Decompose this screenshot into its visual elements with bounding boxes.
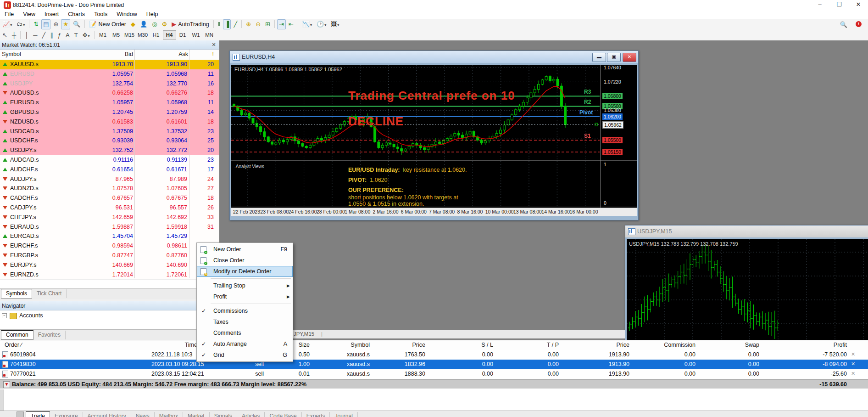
order-row[interactable]: 704198302023.03.10 09:28:15sell1.00xauus…: [0, 360, 868, 370]
order-row[interactable]: 707700212023.03.15 12:04:21sell0.01xauus…: [0, 369, 868, 379]
col-bid[interactable]: Bid: [110, 51, 133, 57]
order-row[interactable]: 650198042022.11.18 10:30.50xauusd.s1763.…: [0, 350, 868, 360]
terminal-tab-signals[interactable]: Signals: [210, 412, 237, 417]
market-row[interactable]: EURCAD.s1.457041.45729: [0, 231, 219, 242]
tree-expand-icon[interactable]: −: [2, 313, 7, 318]
menu-item-modify-or-delete-order[interactable]: ⚙Modify or Delete Order: [197, 266, 293, 277]
timeframe-m15[interactable]: M15: [123, 30, 136, 40]
metaeditor-icon[interactable]: ◆: [129, 19, 137, 29]
close-position-icon[interactable]: ✕: [851, 361, 855, 367]
timeframe-w1[interactable]: W1: [189, 30, 203, 40]
menu-item-taxes[interactable]: Taxes: [197, 316, 293, 327]
market-row[interactable]: XAUUSD.s1913.701913.9020: [0, 60, 219, 70]
terminal-tab-exposure[interactable]: Exposure: [50, 412, 83, 417]
navigator-toggle-icon[interactable]: ⊕: [51, 19, 60, 29]
tab-common[interactable]: Common: [1, 330, 33, 340]
header-order[interactable]: Order ∕: [5, 342, 22, 348]
vertical-line-icon[interactable]: │: [23, 30, 30, 40]
market-row[interactable]: AUDCAD.s0.911160.9113923: [0, 155, 219, 165]
terminal-tab-code-base[interactable]: Code Base: [265, 412, 301, 417]
arrows-icon[interactable]: ✥▾: [81, 30, 92, 40]
timeframe-h4[interactable]: H4: [163, 30, 176, 40]
terminal-tab-experts[interactable]: Experts: [302, 412, 330, 417]
minimize-button[interactable]: –: [810, 0, 829, 10]
col-symbol[interactable]: Symbol: [2, 51, 21, 57]
header-symbol[interactable]: Symbol: [317, 342, 370, 348]
fibonacci-icon[interactable]: ƒ: [56, 30, 63, 40]
dropdown-caret-icon[interactable]: ▾: [10, 23, 12, 27]
eurusd-h4-chart-window[interactable]: EURUSD,H4 ▬ ▣ ✕ EURUSD,H4 1.05896 1.0598…: [229, 51, 639, 220]
market-row[interactable]: EURGBP.s0.877470.87760: [0, 251, 219, 261]
col-spread[interactable]: !: [202, 51, 214, 57]
header-commission[interactable]: Commission: [633, 342, 696, 348]
terminal-tab-account-history[interactable]: Account History: [83, 412, 131, 417]
market-row[interactable]: NZDUSD.s0.615830.6160118: [0, 117, 219, 127]
chart-shift-icon[interactable]: ⇤: [287, 19, 295, 29]
horizontal-line-icon[interactable]: ─: [31, 30, 39, 40]
col-ask[interactable]: Ask: [165, 51, 188, 57]
menu-help[interactable]: Help: [142, 10, 163, 18]
maximize-button[interactable]: ☐: [829, 0, 849, 10]
dropdown-caret-icon[interactable]: ▾: [23, 23, 25, 27]
tab-favorites[interactable]: Favorites: [33, 331, 66, 339]
market-row[interactable]: CADCHF.s0.676570.6767518: [0, 193, 219, 203]
close-button[interactable]: ✕: [849, 0, 868, 10]
header-tp[interactable]: T / P: [498, 342, 559, 348]
market-row[interactable]: USDJPY132.754132.77016: [0, 79, 219, 89]
menu-item-close-order[interactable]: ✓Close Order: [197, 255, 293, 266]
terminal-toggle-icon[interactable]: ★: [61, 19, 70, 29]
timeframe-m30[interactable]: M30: [136, 30, 150, 40]
zoom-in-icon[interactable]: ⊕: [244, 19, 253, 29]
market-row[interactable]: GBPUSD.s1.207451.2075914: [0, 107, 219, 118]
zoom-out-icon[interactable]: ⊖: [254, 19, 262, 29]
menu-item-comments[interactable]: Comments: [197, 327, 293, 338]
terminal-tab-mailbox[interactable]: Mailbox: [155, 412, 183, 417]
templates-icon[interactable]: 🖼▾: [329, 19, 341, 29]
navigator-accounts-node[interactable]: −Accounts: [2, 312, 43, 321]
menu-item-commissions[interactable]: ✓Commissions: [197, 305, 293, 316]
notification-badge[interactable]: !: [856, 21, 862, 27]
profiles-icon[interactable]: 🗂▾: [15, 19, 27, 29]
market-row[interactable]: CHFJPY.s142.659142.69233: [0, 213, 219, 223]
auto-scroll-icon[interactable]: ⇥: [277, 19, 286, 29]
menu-item-trailing-stop[interactable]: Trailing Stop▶: [197, 280, 293, 291]
market-row[interactable]: USDCHF.s0.930390.9306425: [0, 136, 219, 146]
expert-icon[interactable]: 👤: [138, 19, 149, 29]
search-icon[interactable]: 🔍: [838, 20, 849, 30]
timeframe-h1[interactable]: H1: [150, 30, 163, 40]
text-icon[interactable]: A: [64, 30, 72, 40]
chart-restore-button[interactable]: ▣: [607, 53, 621, 62]
eurusd-chart-canvas[interactable]: [231, 65, 637, 208]
timeframe-mn[interactable]: MN: [203, 30, 216, 40]
crosshair-icon[interactable]: ┼: [10, 30, 18, 40]
market-row[interactable]: CADJPY.s96.53196.55726: [0, 203, 219, 213]
terminal-tab-trade[interactable]: Trade: [26, 411, 50, 417]
menu-file[interactable]: File: [0, 10, 18, 18]
menu-item-profit[interactable]: Profit▶: [197, 291, 293, 302]
new-order-icon[interactable]: 📝New Order: [87, 19, 128, 29]
terminal-tab-market[interactable]: Market: [183, 412, 210, 417]
market-row[interactable]: EURUSD.s1.059571.0596811: [0, 98, 219, 108]
usdjpy-chart-canvas[interactable]: [627, 239, 868, 340]
menu-insert[interactable]: Insert: [40, 10, 63, 18]
timeframe-m5[interactable]: M5: [110, 30, 123, 40]
market-row[interactable]: USDCAD.s1.375091.3753223: [0, 127, 219, 137]
chart-close-button[interactable]: ✕: [623, 53, 636, 62]
market-watch-close-icon[interactable]: ✕: [210, 41, 217, 49]
terminal-tab-articles[interactable]: Articles: [237, 412, 265, 417]
bar-chart-icon[interactable]: ‖: [216, 19, 222, 29]
header-time[interactable]: Time: [151, 342, 197, 348]
menu-charts[interactable]: Charts: [63, 10, 89, 18]
signal-icon[interactable]: ◎: [150, 19, 159, 29]
market-row[interactable]: EURNZD.s1.720141.72061: [0, 270, 219, 280]
autotrading-icon[interactable]: ▶AutoTrading: [170, 19, 211, 29]
header-sl[interactable]: S / L: [431, 342, 493, 348]
tab-symbols[interactable]: Symbols: [1, 289, 32, 299]
chart-tab-usdjpy[interactable]: JPY,M15: [294, 331, 314, 337]
close-position-icon[interactable]: ✕: [851, 371, 855, 377]
market-watch-toggle-icon[interactable]: ⇅: [32, 19, 40, 29]
usdjpy-m15-chart-window[interactable]: USDJPY,M15 USDJPY,M15 132.783 132.799 13…: [625, 225, 868, 340]
market-row[interactable]: AUDNZD.s1.075781.0760527: [0, 184, 219, 194]
market-row[interactable]: AUDCHF.s0.616540.6167117: [0, 165, 219, 175]
menu-item-new-order[interactable]: +New OrderF9: [197, 244, 293, 255]
